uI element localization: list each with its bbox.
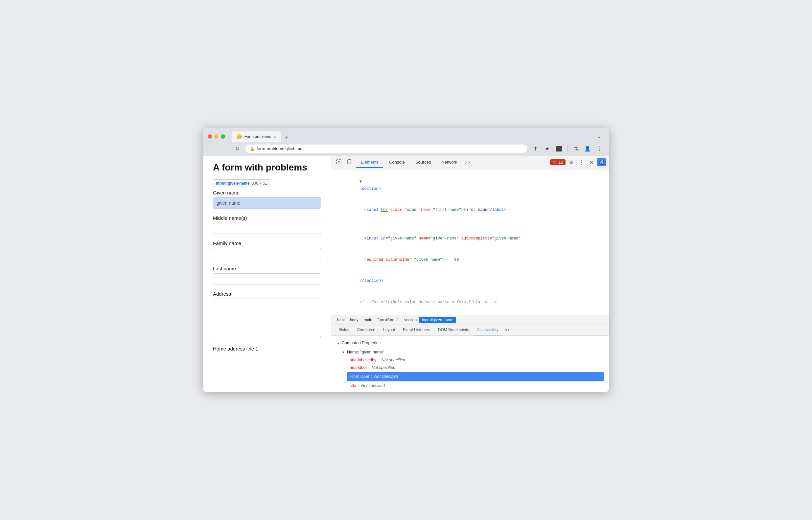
error-count: 12 bbox=[559, 160, 563, 164]
minimize-traffic-light[interactable] bbox=[214, 134, 219, 139]
inspect-element-button[interactable] bbox=[334, 157, 344, 167]
breadcrumb-html[interactable]: html bbox=[334, 317, 347, 323]
title-row-1: title : Not specified bbox=[336, 382, 604, 390]
back-button[interactable]: ← bbox=[208, 144, 217, 153]
from-label-value: Not specified bbox=[374, 373, 398, 380]
profile-button[interactable]: 👤 bbox=[583, 144, 592, 154]
last-name-section: Last name bbox=[213, 266, 321, 284]
sub-tab-dom-breakpoints[interactable]: DOM Breakpoints bbox=[434, 325, 473, 335]
home-address-label: Home address line 1 bbox=[213, 346, 321, 352]
address-textarea[interactable] bbox=[213, 298, 321, 338]
aria-label-name: aria-label bbox=[350, 364, 366, 371]
last-name-input[interactable] bbox=[213, 273, 321, 284]
title-value-1: Not specified bbox=[361, 382, 385, 389]
html-line-2: <label for class="name" name="first-name… bbox=[331, 200, 609, 221]
placeholder-name: placeholder bbox=[350, 390, 371, 392]
breadcrumb-form[interactable]: form#form-1 bbox=[375, 317, 402, 323]
html-line-4: required placeholder="given name"> == $0 bbox=[331, 249, 609, 271]
address-input[interactable]: 🔒 form-problems.glitch.me bbox=[245, 145, 527, 153]
tab-sources[interactable]: Sources bbox=[411, 157, 436, 168]
name-header[interactable]: ▼ Name: "given name" bbox=[336, 349, 604, 356]
devtools-panel: Elements Console Sources Network >> 🔴 12… bbox=[331, 156, 609, 392]
close-traffic-light[interactable] bbox=[208, 134, 212, 139]
html-line-6: <!-- For attribute value doesn't match a… bbox=[331, 292, 609, 313]
sub-tab-styles[interactable]: Styles bbox=[334, 325, 353, 335]
family-name-section: Family name bbox=[213, 240, 321, 259]
error-badge: 🔴 12 bbox=[550, 159, 565, 165]
traffic-lights bbox=[208, 134, 225, 139]
given-name-section: Given name bbox=[213, 190, 321, 209]
tabs-bar: 😊 Form problems × + bbox=[232, 131, 591, 142]
address-text: form-problems.glitch.me bbox=[257, 146, 302, 151]
browser-window: 😊 Form problems × + ⌄ ← → ↻ 🔒 form-probl… bbox=[203, 128, 609, 392]
family-name-input[interactable] bbox=[213, 248, 321, 259]
html-line-3: <input id="given-name" name="given-name"… bbox=[331, 228, 609, 249]
computed-properties-label: Computed Properties bbox=[342, 340, 381, 346]
from-label-name: From label bbox=[350, 373, 369, 380]
svg-rect-2 bbox=[348, 160, 351, 164]
devtools-more-button[interactable]: ⋮ bbox=[577, 158, 586, 167]
tab-console[interactable]: Console bbox=[384, 157, 409, 168]
devtools-more-tabs-button[interactable]: >> bbox=[463, 157, 472, 167]
lock-icon: 🔒 bbox=[250, 147, 255, 151]
html-line-5: </section> bbox=[331, 271, 609, 292]
breadcrumb-input[interactable]: input#given-name bbox=[419, 317, 456, 323]
sub-tab-computed[interactable]: Computed bbox=[353, 325, 379, 335]
title-name-1: title bbox=[350, 382, 356, 389]
aria-labelledby-row: aria-labelledby : Not specified bbox=[336, 357, 604, 364]
webpage-panel: A form with problems input#given-name 30… bbox=[203, 156, 331, 392]
middle-name-input[interactable] bbox=[213, 223, 321, 234]
devtools-close-button[interactable]: ✕ bbox=[587, 158, 595, 167]
devtools-settings-button[interactable]: ⚙ bbox=[567, 158, 576, 167]
computed-properties-header[interactable]: ▼ Computed Properties bbox=[336, 340, 604, 346]
name-header-text: Name: "given name" bbox=[347, 349, 384, 356]
sub-panel-tabs: Styles Computed Layout Event Listeners D… bbox=[331, 325, 609, 336]
accessibility-button[interactable]: ♿ bbox=[597, 158, 606, 166]
tab-close-button[interactable]: × bbox=[274, 134, 276, 139]
sub-tab-event-listeners[interactable]: Event Listeners bbox=[399, 325, 434, 335]
new-tab-button[interactable]: + bbox=[281, 133, 291, 142]
address-section: Address bbox=[213, 291, 321, 339]
menu-button[interactable]: ⋮ bbox=[594, 144, 604, 154]
address-label: Address bbox=[213, 291, 321, 296]
share-button[interactable]: ⬆ bbox=[530, 144, 540, 154]
bookmark-button[interactable]: ★ bbox=[542, 144, 552, 154]
device-toolbar-button[interactable] bbox=[345, 157, 355, 167]
family-name-label: Family name bbox=[213, 240, 321, 246]
reload-button[interactable]: ↻ bbox=[233, 144, 242, 153]
forward-button[interactable]: → bbox=[220, 144, 229, 153]
breadcrumb-main[interactable]: main bbox=[361, 317, 375, 323]
aria-labelledby-value: Not specified bbox=[382, 357, 405, 364]
toolbar-actions: ⬆ ★ ⬛ ⚗ 👤 ⋮ bbox=[530, 144, 604, 154]
tooltip-element-name: input#given-name bbox=[216, 181, 250, 186]
separator bbox=[567, 146, 567, 152]
placeholder-row: placeholder : "given name" bbox=[336, 390, 604, 392]
sub-tab-more-button[interactable]: >> bbox=[503, 325, 512, 335]
svg-point-1 bbox=[338, 161, 339, 162]
maximize-traffic-light[interactable] bbox=[221, 134, 225, 139]
title-bar: 😊 Form problems × + ⌄ bbox=[203, 128, 609, 142]
accessibility-panel: ▼ Computed Properties ▼ Name: "given nam… bbox=[331, 336, 609, 392]
given-name-input[interactable] bbox=[213, 198, 321, 209]
html-dots: ... bbox=[331, 221, 609, 228]
home-address-section: Home address line 1 bbox=[213, 346, 321, 352]
name-arrow-icon: ▼ bbox=[342, 349, 345, 355]
tab-elements[interactable]: Elements bbox=[356, 157, 383, 168]
sub-tab-layout[interactable]: Layout bbox=[379, 325, 399, 335]
aria-labelledby-name: aria-labelledby bbox=[350, 357, 376, 364]
tab-network[interactable]: Network bbox=[437, 157, 462, 168]
aria-label-row: aria-label : Not specified bbox=[336, 364, 604, 371]
breadcrumb-bar: html body main form#form-1 section input… bbox=[331, 315, 609, 325]
main-content: A form with problems input#given-name 30… bbox=[203, 156, 609, 392]
sub-tab-accessibility[interactable]: Accessibility bbox=[473, 325, 503, 335]
tab-dropdown-button[interactable]: ⌄ bbox=[594, 133, 604, 140]
active-tab[interactable]: 😊 Form problems × bbox=[232, 131, 281, 142]
breadcrumb-body[interactable]: body bbox=[347, 317, 361, 323]
html-panel: ▼ <section> <label for class="name" name… bbox=[331, 170, 609, 316]
given-name-label: Given name bbox=[213, 190, 321, 196]
tooltip-size: 306 × 51 bbox=[252, 181, 267, 186]
middle-name-label: Middle name(s) bbox=[213, 215, 321, 221]
lab-button[interactable]: ⚗ bbox=[571, 144, 581, 154]
extensions-button[interactable]: ⬛ bbox=[554, 144, 564, 154]
breadcrumb-section[interactable]: section bbox=[402, 317, 419, 323]
